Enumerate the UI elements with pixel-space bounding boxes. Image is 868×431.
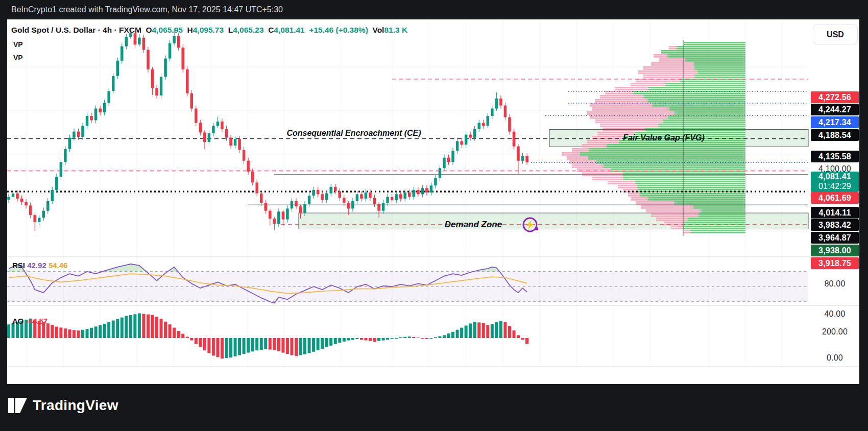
volume-profile-row-down: [595, 99, 647, 101]
candle-body: [447, 158, 450, 162]
rsi-legend[interactable]: RSI 42.92 54.46: [12, 261, 67, 270]
chart-area[interactable]: [7, 19, 859, 384]
indicator-badge-vp-2[interactable]: VP: [13, 54, 23, 62]
volume-profile-row-up: [661, 52, 745, 54]
fvg-annotation-label[interactable]: Fair Value Gap (FVG): [623, 133, 704, 142]
candle-body: [55, 177, 58, 190]
candle-body: [399, 194, 402, 199]
symbol-title[interactable]: Gold Spot / U.S. Dollar · 4h · FXCM: [11, 26, 141, 34]
ao-bar: [243, 338, 246, 354]
candle-body: [229, 138, 232, 146]
ao-bar: [412, 337, 415, 338]
candle-body: [465, 135, 468, 145]
volume-profile-row-up: [697, 73, 746, 74]
volume-profile-row-up: [668, 117, 746, 119]
volume-profile-row-up: [693, 64, 745, 66]
volume-profile-row-down: [582, 146, 607, 148]
chart-canvas[interactable]: [7, 19, 859, 384]
candle-body: [430, 185, 433, 193]
ao-bar: [417, 338, 420, 338]
volume-profile-row-up: [580, 152, 745, 154]
candle-body: [477, 123, 480, 129]
volume-profile-row-down: [572, 148, 589, 150]
tradingview-logo[interactable]: TradingView: [8, 397, 118, 414]
candle-body: [417, 190, 420, 195]
candle-body: [451, 151, 454, 162]
ao-bar: [251, 338, 254, 351]
volume-profile-row-down: [671, 228, 683, 229]
ao-bar: [181, 334, 184, 338]
volume-profile-row-down: [669, 46, 677, 47]
volume-profile-row-down: [654, 54, 667, 56]
volume-profile-row-up: [685, 58, 745, 60]
volume-profile-row-down: [684, 230, 690, 231]
candle-body: [99, 109, 102, 113]
volume-profile-row-down: [595, 122, 663, 123]
ao-bar: [329, 338, 332, 346]
ao-bar: [469, 323, 472, 338]
ao-bar: [151, 315, 154, 338]
ao-bar: [421, 338, 424, 339]
ao-bar: [195, 338, 198, 344]
volume-profile-row-up: [588, 156, 745, 158]
volume-profile-row-down: [605, 93, 633, 94]
candle-body: [460, 141, 463, 145]
ao-bar: [273, 338, 276, 350]
price-axis-label: 4,244.27: [811, 104, 859, 115]
ao-bar: [86, 329, 89, 338]
volume-profile-row-up: [603, 166, 745, 168]
ao-bar: [221, 338, 224, 358]
ao-legend[interactable]: AO -44.57: [12, 317, 47, 325]
candle-body: [403, 193, 406, 199]
volume-profile-row-up: [701, 209, 745, 211]
volume-profile-row-down: [572, 150, 589, 152]
volume-profile-row-up: [580, 154, 745, 156]
ao-bar: [503, 322, 507, 338]
ao-bar: [373, 338, 376, 342]
demand-zone-label[interactable]: Demand Zone: [445, 220, 502, 230]
candle-body: [51, 190, 54, 201]
ao-bar: [264, 338, 267, 349]
candle-body: [312, 190, 315, 196]
ce-annotation-label[interactable]: Consequential Encroachment (CE): [286, 129, 421, 138]
candle-body: [291, 201, 294, 208]
volume-profile-row-up: [687, 220, 745, 221]
ao-bar: [360, 338, 363, 340]
ao-bar: [260, 338, 263, 350]
volume-profile-row-down: [643, 77, 694, 78]
price-axis[interactable]: 4,272.564,244.274,217.344,188.544,135.58…: [808, 19, 859, 384]
ao-bar: [369, 338, 372, 341]
volume-profile-row-up: [633, 93, 745, 94]
volume-profile-row-down: [608, 181, 635, 182]
ao-bar: [173, 328, 176, 338]
candle-body: [42, 211, 45, 218]
candle-body: [107, 91, 110, 103]
candle-body: [408, 193, 411, 197]
price-axis-label: 4,135.58: [811, 151, 859, 162]
candle-body: [116, 61, 119, 76]
ao-bar: [495, 322, 498, 338]
candle-body: [473, 129, 476, 138]
volume-profile-row-down: [643, 75, 694, 76]
ohlc-high: 4,095.73: [193, 26, 224, 34]
ao-bar: [447, 333, 450, 338]
candle-body: [421, 188, 424, 194]
volume-profile-row-down: [669, 48, 677, 50]
volume-profile-row-down: [587, 111, 674, 113]
price-axis-label: 4,081.4101:42:29: [811, 172, 859, 192]
ao-bar: [255, 338, 258, 350]
candle-body: [20, 199, 23, 202]
candle-body: [303, 204, 306, 213]
volume-profile-row-down: [618, 185, 637, 186]
ao-bar: [99, 325, 102, 338]
volume-profile-row-up: [693, 207, 746, 209]
candle-body: [60, 162, 63, 177]
indicator-badge-vp-1[interactable]: VP: [13, 40, 23, 49]
ao-bar: [308, 338, 311, 353]
candle-body: [491, 109, 494, 116]
candle-body: [495, 99, 498, 109]
candle-body: [38, 218, 41, 222]
symbol-legend[interactable]: Gold Spot / U.S. Dollar · 4h · FXCM O4,0…: [11, 26, 407, 35]
ao-value: -44.57: [26, 317, 48, 325]
candle-body: [413, 190, 416, 197]
